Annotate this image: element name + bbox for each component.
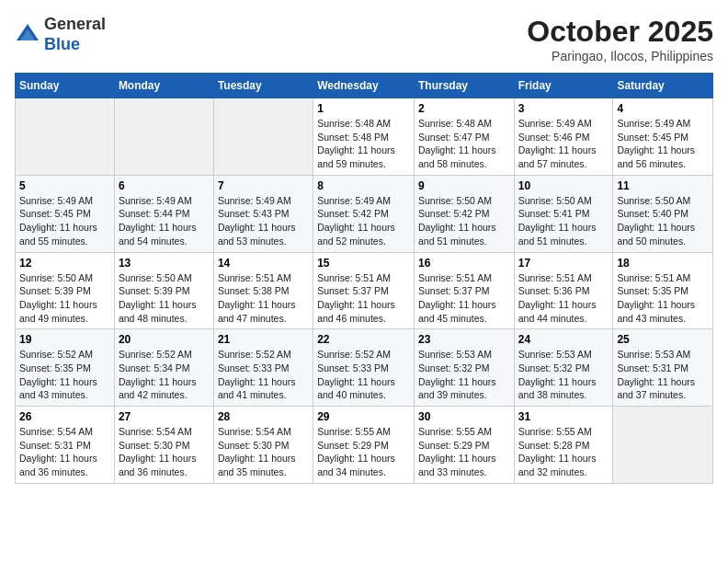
calendar-header-row: SundayMondayTuesdayWednesdayThursdayFrid… — [16, 74, 713, 98]
calendar-cell: 31Sunrise: 5:55 AM Sunset: 5:28 PM Dayli… — [514, 407, 613, 484]
cell-content: Sunrise: 5:51 AM Sunset: 5:37 PM Dayligh… — [418, 271, 510, 326]
calendar-cell: 4Sunrise: 5:49 AM Sunset: 5:45 PM Daylig… — [613, 98, 713, 176]
calendar-cell: 11Sunrise: 5:50 AM Sunset: 5:40 PM Dayli… — [613, 175, 713, 252]
calendar-cell: 17Sunrise: 5:51 AM Sunset: 5:36 PM Dayli… — [514, 252, 613, 329]
calendar-table: SundayMondayTuesdayWednesdayThursdayFrid… — [15, 73, 713, 484]
day-number: 6 — [119, 179, 210, 192]
day-number: 25 — [617, 333, 709, 346]
day-number: 20 — [119, 333, 210, 346]
calendar-cell: 25Sunrise: 5:53 AM Sunset: 5:31 PM Dayli… — [613, 329, 713, 407]
day-number: 26 — [19, 410, 110, 423]
calendar-cell: 2Sunrise: 5:48 AM Sunset: 5:47 PM Daylig… — [414, 98, 514, 176]
day-number: 9 — [418, 179, 510, 192]
day-number: 30 — [418, 410, 510, 423]
cell-content: Sunrise: 5:51 AM Sunset: 5:35 PM Dayligh… — [617, 271, 709, 326]
day-number: 17 — [518, 257, 609, 270]
weekday-header: Thursday — [414, 74, 514, 98]
calendar-week-row: 26Sunrise: 5:54 AM Sunset: 5:31 PM Dayli… — [16, 407, 713, 484]
cell-content: Sunrise: 5:54 AM Sunset: 5:30 PM Dayligh… — [218, 425, 309, 479]
cell-content: Sunrise: 5:49 AM Sunset: 5:44 PM Dayligh… — [119, 194, 210, 248]
calendar-week-row: 5Sunrise: 5:49 AM Sunset: 5:45 PM Daylig… — [16, 175, 713, 252]
day-number: 19 — [19, 333, 110, 346]
day-number: 22 — [317, 333, 410, 346]
day-number: 14 — [218, 257, 309, 270]
cell-content: Sunrise: 5:53 AM Sunset: 5:32 PM Dayligh… — [418, 348, 510, 402]
month-title: October 2025 — [527, 15, 713, 49]
calendar-cell: 23Sunrise: 5:53 AM Sunset: 5:32 PM Dayli… — [414, 329, 514, 407]
cell-content: Sunrise: 5:50 AM Sunset: 5:39 PM Dayligh… — [19, 271, 110, 326]
cell-content: Sunrise: 5:52 AM Sunset: 5:33 PM Dayligh… — [317, 348, 410, 402]
calendar-cell: 3Sunrise: 5:49 AM Sunset: 5:46 PM Daylig… — [514, 98, 613, 176]
weekday-header: Tuesday — [213, 74, 313, 98]
page-header: General Blue October 2025 Paringao, Iloc… — [15, 15, 713, 63]
calendar-cell — [613, 407, 713, 484]
calendar-cell: 14Sunrise: 5:51 AM Sunset: 5:38 PM Dayli… — [213, 252, 313, 329]
cell-content: Sunrise: 5:55 AM Sunset: 5:28 PM Dayligh… — [518, 425, 609, 479]
cell-content: Sunrise: 5:51 AM Sunset: 5:36 PM Dayligh… — [518, 271, 609, 326]
cell-content: Sunrise: 5:53 AM Sunset: 5:31 PM Dayligh… — [617, 348, 709, 402]
cell-content: Sunrise: 5:52 AM Sunset: 5:35 PM Dayligh… — [19, 348, 110, 402]
calendar-cell: 24Sunrise: 5:53 AM Sunset: 5:32 PM Dayli… — [514, 329, 613, 407]
cell-content: Sunrise: 5:55 AM Sunset: 5:29 PM Dayligh… — [317, 425, 410, 479]
cell-content: Sunrise: 5:49 AM Sunset: 5:43 PM Dayligh… — [218, 194, 309, 248]
day-number: 16 — [418, 257, 510, 270]
calendar-cell: 13Sunrise: 5:50 AM Sunset: 5:39 PM Dayli… — [114, 252, 213, 329]
day-number: 3 — [518, 102, 609, 115]
weekday-header: Saturday — [613, 74, 713, 98]
cell-content: Sunrise: 5:48 AM Sunset: 5:47 PM Dayligh… — [418, 117, 510, 171]
cell-content: Sunrise: 5:50 AM Sunset: 5:41 PM Dayligh… — [518, 194, 609, 248]
day-number: 18 — [617, 257, 709, 270]
day-number: 23 — [418, 333, 510, 346]
day-number: 11 — [617, 179, 709, 192]
cell-content: Sunrise: 5:52 AM Sunset: 5:34 PM Dayligh… — [119, 348, 210, 402]
day-number: 1 — [317, 102, 410, 115]
cell-content: Sunrise: 5:49 AM Sunset: 5:45 PM Dayligh… — [19, 194, 110, 248]
day-number: 8 — [317, 179, 410, 192]
calendar-cell: 19Sunrise: 5:52 AM Sunset: 5:35 PM Dayli… — [16, 329, 115, 407]
cell-content: Sunrise: 5:51 AM Sunset: 5:37 PM Dayligh… — [317, 271, 410, 326]
day-number: 21 — [218, 333, 309, 346]
calendar-cell — [213, 98, 313, 176]
cell-content: Sunrise: 5:48 AM Sunset: 5:48 PM Dayligh… — [317, 117, 410, 171]
calendar-cell: 21Sunrise: 5:52 AM Sunset: 5:33 PM Dayli… — [213, 329, 313, 407]
weekday-header: Friday — [514, 74, 613, 98]
calendar-cell: 9Sunrise: 5:50 AM Sunset: 5:42 PM Daylig… — [414, 175, 514, 252]
cell-content: Sunrise: 5:50 AM Sunset: 5:42 PM Dayligh… — [418, 194, 510, 248]
location: Paringao, Ilocos, Philippines — [527, 49, 713, 63]
day-number: 15 — [317, 257, 410, 270]
cell-content: Sunrise: 5:54 AM Sunset: 5:30 PM Dayligh… — [119, 425, 210, 479]
cell-content: Sunrise: 5:53 AM Sunset: 5:32 PM Dayligh… — [518, 348, 609, 402]
logo: General Blue — [15, 15, 106, 54]
cell-content: Sunrise: 5:49 AM Sunset: 5:45 PM Dayligh… — [617, 117, 709, 171]
calendar-cell: 18Sunrise: 5:51 AM Sunset: 5:35 PM Dayli… — [613, 252, 713, 329]
calendar-cell: 27Sunrise: 5:54 AM Sunset: 5:30 PM Dayli… — [114, 407, 213, 484]
day-number: 5 — [19, 179, 110, 192]
calendar-cell: 5Sunrise: 5:49 AM Sunset: 5:45 PM Daylig… — [16, 175, 115, 252]
title-block: October 2025 Paringao, Ilocos, Philippin… — [527, 15, 713, 63]
day-number: 24 — [518, 333, 609, 346]
day-number: 27 — [119, 410, 210, 423]
calendar-cell: 20Sunrise: 5:52 AM Sunset: 5:34 PM Dayli… — [114, 329, 213, 407]
cell-content: Sunrise: 5:52 AM Sunset: 5:33 PM Dayligh… — [218, 348, 309, 402]
calendar-week-row: 1Sunrise: 5:48 AM Sunset: 5:48 PM Daylig… — [16, 98, 713, 176]
calendar-cell: 1Sunrise: 5:48 AM Sunset: 5:48 PM Daylig… — [313, 98, 415, 176]
weekday-header: Sunday — [16, 74, 115, 98]
day-number: 4 — [617, 102, 709, 115]
cell-content: Sunrise: 5:51 AM Sunset: 5:38 PM Dayligh… — [218, 271, 309, 326]
calendar-cell — [16, 98, 115, 176]
calendar-cell: 28Sunrise: 5:54 AM Sunset: 5:30 PM Dayli… — [213, 407, 313, 484]
calendar-cell: 29Sunrise: 5:55 AM Sunset: 5:29 PM Dayli… — [313, 407, 415, 484]
logo-icon — [15, 22, 40, 48]
cell-content: Sunrise: 5:55 AM Sunset: 5:29 PM Dayligh… — [418, 425, 510, 479]
day-number: 31 — [518, 410, 609, 423]
day-number: 10 — [518, 179, 609, 192]
calendar-cell: 7Sunrise: 5:49 AM Sunset: 5:43 PM Daylig… — [213, 175, 313, 252]
cell-content: Sunrise: 5:49 AM Sunset: 5:46 PM Dayligh… — [518, 117, 609, 171]
calendar-cell: 12Sunrise: 5:50 AM Sunset: 5:39 PM Dayli… — [16, 252, 115, 329]
calendar-cell: 6Sunrise: 5:49 AM Sunset: 5:44 PM Daylig… — [114, 175, 213, 252]
calendar-cell: 15Sunrise: 5:51 AM Sunset: 5:37 PM Dayli… — [313, 252, 415, 329]
calendar-week-row: 12Sunrise: 5:50 AM Sunset: 5:39 PM Dayli… — [16, 252, 713, 329]
calendar-cell: 10Sunrise: 5:50 AM Sunset: 5:41 PM Dayli… — [514, 175, 613, 252]
calendar-cell: 30Sunrise: 5:55 AM Sunset: 5:29 PM Dayli… — [414, 407, 514, 484]
day-number: 28 — [218, 410, 309, 423]
